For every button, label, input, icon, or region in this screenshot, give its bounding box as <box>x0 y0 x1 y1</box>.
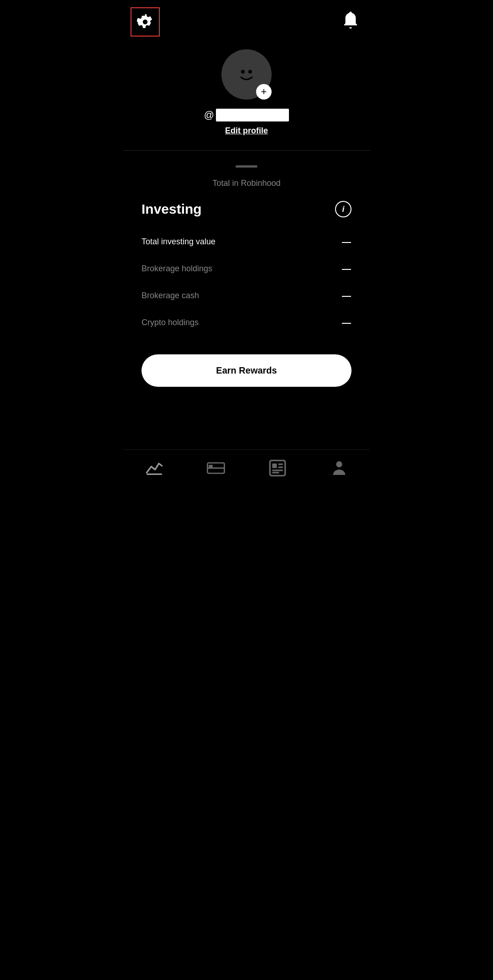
nav-item-profile[interactable] <box>323 457 356 479</box>
svg-point-1 <box>248 70 252 74</box>
username-redacted <box>216 109 289 121</box>
bottom-nav <box>123 449 370 490</box>
total-investing-label: Total investing value <box>142 237 215 247</box>
crypto-holdings-label: Crypto holdings <box>142 318 199 327</box>
avatar-wrapper: + <box>221 49 272 100</box>
notifications-button[interactable] <box>339 7 362 33</box>
total-investing-value: — <box>342 237 351 247</box>
person-icon <box>330 459 348 477</box>
main-content: Total in Robinhood Investing i Total inv… <box>123 151 370 449</box>
svg-rect-7 <box>272 464 277 468</box>
card-icon <box>207 459 225 477</box>
brokerage-cash-value: — <box>342 290 351 301</box>
nav-item-chart[interactable] <box>138 457 171 479</box>
news-icon <box>268 459 287 477</box>
info-icon: i <box>342 205 344 214</box>
brokerage-cash-label: Brokerage cash <box>142 291 199 300</box>
investing-info-button[interactable]: i <box>335 201 351 217</box>
total-in-robinhood-label: Total in Robinhood <box>142 179 351 188</box>
total-investing-row: Total investing value — <box>142 228 351 255</box>
nav-item-news[interactable] <box>261 457 294 479</box>
svg-point-0 <box>241 70 245 74</box>
gear-icon <box>137 14 153 30</box>
nav-item-card[interactable] <box>199 457 232 479</box>
brokerage-holdings-label: Brokerage holdings <box>142 264 212 274</box>
hide-amount-bar <box>236 165 257 168</box>
earn-rewards-button[interactable]: Earn Rewards <box>142 354 351 387</box>
crypto-holdings-value: — <box>342 317 351 328</box>
investing-header: Investing i <box>142 201 351 217</box>
brokerage-cash-row: Brokerage cash — <box>142 282 351 309</box>
investment-rows: Total investing value — Brokerage holdin… <box>142 228 351 336</box>
bell-icon <box>342 11 359 29</box>
chart-icon <box>145 459 163 477</box>
header <box>123 0 370 40</box>
add-photo-button[interactable]: + <box>256 84 272 100</box>
settings-button[interactable] <box>131 7 160 37</box>
username-row: @ <box>204 109 289 121</box>
investing-title: Investing <box>142 201 202 217</box>
svg-point-12 <box>336 461 342 467</box>
at-symbol: @ <box>204 109 214 121</box>
brokerage-holdings-row: Brokerage holdings — <box>142 255 351 282</box>
screen: + @ Edit profile Total in Robinhood Inve… <box>123 0 370 490</box>
brokerage-holdings-value: — <box>342 263 351 274</box>
edit-profile-button[interactable]: Edit profile <box>225 126 268 136</box>
avatar-face-icon <box>233 61 260 88</box>
profile-section: + @ Edit profile <box>123 40 370 150</box>
crypto-holdings-row: Crypto holdings — <box>142 309 351 336</box>
